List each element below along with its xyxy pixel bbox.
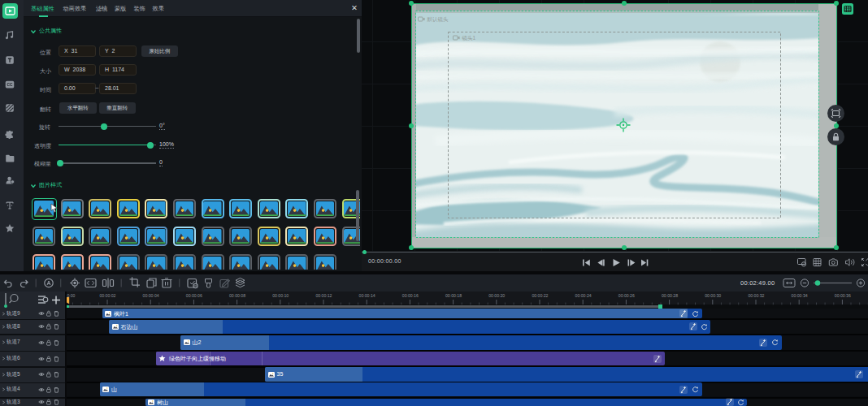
svg-text:00:00:14: 00:00:14	[359, 293, 375, 298]
svg-text:00:00:24: 00:00:24	[575, 293, 592, 298]
svg-text:00:00:12: 00:00:12	[315, 293, 332, 298]
svg-text:00:00:16: 00:00:16	[402, 293, 419, 298]
svg-text:00:00:08: 00:00:08	[229, 293, 245, 298]
svg-text:00:00:02: 00:00:02	[99, 293, 115, 298]
svg-text:00:00:28: 00:00:28	[662, 293, 678, 298]
svg-text:00:00:34: 00:00:34	[792, 293, 808, 298]
svg-text:00:00:36: 00:00:36	[835, 293, 851, 298]
svg-text:CC: CC	[7, 83, 12, 87]
svg-text:00:00:26: 00:00:26	[618, 293, 635, 298]
svg-text:00:00:18: 00:00:18	[445, 293, 462, 298]
svg-text:00:00:32: 00:00:32	[748, 293, 764, 298]
svg-text:00:00:06: 00:00:06	[186, 293, 202, 298]
svg-text:00:00:10: 00:00:10	[272, 293, 289, 298]
svg-text:00:00:20: 00:00:20	[488, 293, 505, 298]
svg-text:00:00:04: 00:00:04	[143, 293, 159, 298]
svg-text:00:00:30: 00:00:30	[705, 293, 721, 298]
svg-text:00:00:22: 00:00:22	[532, 293, 548, 298]
